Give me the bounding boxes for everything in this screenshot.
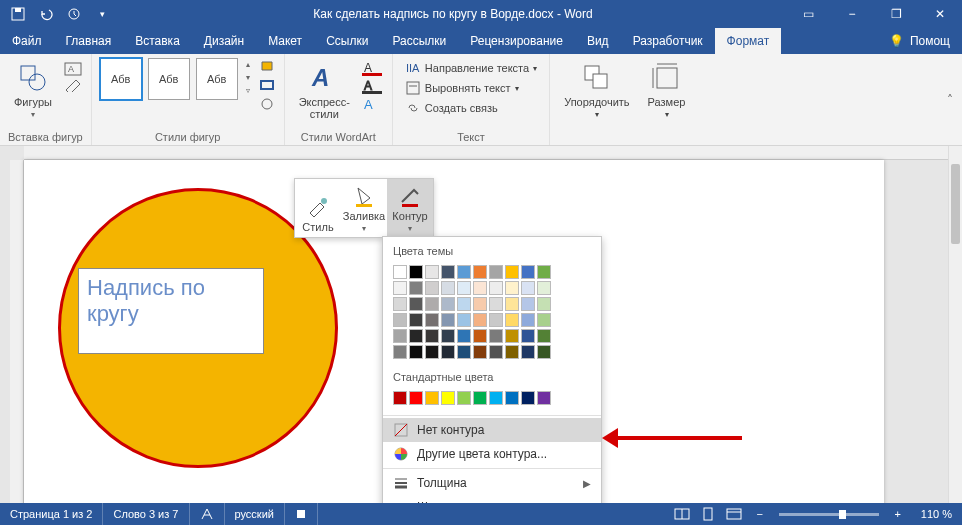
color-swatch[interactable] [521, 345, 535, 359]
no-outline-item[interactable]: Нет контура [383, 418, 601, 442]
tab-file[interactable]: Файл [0, 28, 54, 54]
color-swatch[interactable] [409, 313, 423, 327]
tab-mailings[interactable]: Рассылки [380, 28, 458, 54]
language-indicator[interactable]: русский [225, 503, 285, 525]
color-swatch[interactable] [505, 297, 519, 311]
web-layout-icon[interactable] [721, 503, 747, 525]
tab-layout[interactable]: Макет [256, 28, 314, 54]
zoom-slider[interactable] [779, 513, 879, 516]
color-swatch[interactable] [489, 329, 503, 343]
color-swatch[interactable] [473, 391, 487, 405]
color-swatch[interactable] [393, 329, 407, 343]
color-swatch[interactable] [409, 265, 423, 279]
color-swatch[interactable] [425, 281, 439, 295]
gallery-up-icon[interactable]: ▴ [244, 58, 252, 71]
save-icon[interactable] [8, 4, 28, 24]
color-swatch[interactable] [521, 265, 535, 279]
color-swatch[interactable] [457, 391, 471, 405]
color-swatch[interactable] [409, 345, 423, 359]
color-swatch[interactable] [521, 313, 535, 327]
color-swatch[interactable] [489, 265, 503, 279]
shapes-button[interactable]: Фигуры ▾ [8, 58, 58, 123]
word-count[interactable]: Слово 3 из 7 [103, 503, 189, 525]
color-swatch[interactable] [521, 329, 535, 343]
quick-styles-button[interactable]: A Экспресс- стили [293, 58, 356, 124]
gallery-more-icon[interactable]: ▿ [244, 84, 252, 97]
color-swatch[interactable] [505, 345, 519, 359]
color-swatch[interactable] [425, 313, 439, 327]
tell-me[interactable]: 💡 Помощ [877, 28, 962, 54]
color-swatch[interactable] [505, 281, 519, 295]
color-swatch[interactable] [409, 329, 423, 343]
print-layout-icon[interactable] [695, 503, 721, 525]
scrollbar-vertical[interactable] [948, 146, 962, 503]
shape-fill-icon[interactable] [258, 60, 276, 76]
spellcheck-button[interactable] [190, 503, 225, 525]
shape-outline-icon[interactable] [258, 78, 276, 94]
color-swatch[interactable] [441, 329, 455, 343]
color-swatch[interactable] [441, 391, 455, 405]
redo-icon[interactable] [64, 4, 84, 24]
color-swatch[interactable] [473, 297, 487, 311]
color-swatch[interactable] [537, 265, 551, 279]
tab-view[interactable]: Вид [575, 28, 621, 54]
color-swatch[interactable] [521, 391, 535, 405]
color-swatch[interactable] [425, 329, 439, 343]
minimize-icon[interactable]: − [830, 0, 874, 28]
color-swatch[interactable] [441, 313, 455, 327]
tab-references[interactable]: Ссылки [314, 28, 380, 54]
color-swatch[interactable] [393, 313, 407, 327]
more-outline-colors-item[interactable]: Другие цвета контура... [383, 442, 601, 466]
color-swatch[interactable] [505, 329, 519, 343]
color-swatch[interactable] [537, 345, 551, 359]
ribbon-display-options-icon[interactable]: ▭ [786, 0, 830, 28]
zoom-out-button[interactable]: − [747, 503, 773, 525]
edit-shape-icon[interactable] [64, 78, 82, 92]
color-swatch[interactable] [457, 329, 471, 343]
color-swatch[interactable] [409, 391, 423, 405]
macro-recording-button[interactable] [285, 503, 318, 525]
close-icon[interactable]: ✕ [918, 0, 962, 28]
tab-design[interactable]: Дизайн [192, 28, 256, 54]
color-swatch[interactable] [505, 313, 519, 327]
color-swatch[interactable] [521, 281, 535, 295]
color-swatch[interactable] [537, 329, 551, 343]
color-swatch[interactable] [489, 297, 503, 311]
color-swatch[interactable] [489, 391, 503, 405]
color-swatch[interactable] [393, 391, 407, 405]
read-mode-icon[interactable] [669, 503, 695, 525]
color-swatch[interactable] [425, 345, 439, 359]
color-swatch[interactable] [489, 281, 503, 295]
text-box[interactable]: Надпись по кругу [78, 268, 264, 354]
tab-format[interactable]: Формат [715, 28, 782, 54]
color-swatch[interactable] [473, 345, 487, 359]
mini-style-button[interactable]: Стиль [295, 179, 341, 237]
text-fill-icon[interactable]: A [362, 60, 384, 76]
shape-style-1[interactable]: Абв [100, 58, 142, 100]
page-indicator[interactable]: Страница 1 из 2 [0, 503, 103, 525]
weight-item[interactable]: Толщина ▶ [383, 471, 601, 495]
mini-outline-button[interactable]: Контур▾ [387, 179, 433, 237]
color-swatch[interactable] [473, 329, 487, 343]
color-swatch[interactable] [521, 297, 535, 311]
color-swatch[interactable] [457, 265, 471, 279]
text-direction-button[interactable]: IIA Направление текста▾ [401, 58, 541, 78]
collapse-ribbon-icon[interactable]: ˄ [938, 54, 962, 145]
arrange-button[interactable]: Упорядочить▾ [558, 58, 635, 123]
shape-style-3[interactable]: Абв [196, 58, 238, 100]
color-swatch[interactable] [441, 297, 455, 311]
color-swatch[interactable] [409, 281, 423, 295]
tab-home[interactable]: Главная [54, 28, 124, 54]
color-swatch[interactable] [505, 265, 519, 279]
color-swatch[interactable] [425, 265, 439, 279]
color-swatch[interactable] [473, 281, 487, 295]
tab-review[interactable]: Рецензирование [458, 28, 575, 54]
color-swatch[interactable] [409, 297, 423, 311]
color-swatch[interactable] [473, 265, 487, 279]
create-link-button[interactable]: Создать связь [401, 98, 541, 118]
color-swatch[interactable] [393, 297, 407, 311]
color-swatch[interactable] [489, 313, 503, 327]
tab-insert[interactable]: Вставка [123, 28, 192, 54]
gallery-down-icon[interactable]: ▾ [244, 71, 252, 84]
color-swatch[interactable] [457, 281, 471, 295]
